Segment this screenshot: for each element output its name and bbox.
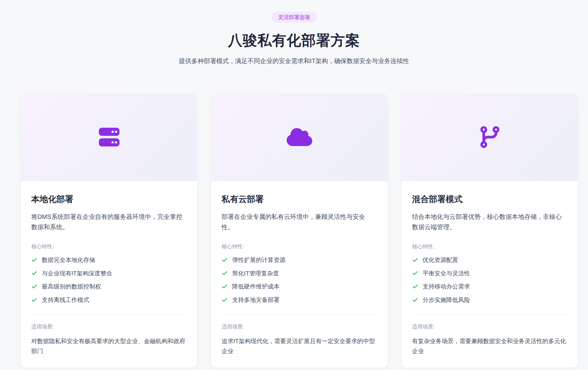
scenario-text: 有复杂业务场景，需要兼顾数据安全和业务灵活性的多元化企业 [412,336,568,357]
feature-text: 分步实施降低风险 [423,296,470,304]
section-header: 灵活部署选项 八骏私有化部署方案 提供多种部署模式，满足不同企业的安全需求和IT… [0,0,588,65]
scenarios-label: 适用场景: [412,323,568,330]
card-private-cloud-deployment: 私有云部署 部署在企业专属的私有云环境中，兼顾灵活性与安全性。 核心特性: 弹性… [211,94,387,368]
scenarios-label: 适用场景: [221,323,377,330]
features-label: 核心特性: [31,243,187,250]
card-body: 私有云部署 部署在企业专属的私有云环境中，兼顾灵活性与安全性。 核心特性: 弹性… [211,181,387,368]
check-icon [412,270,418,276]
scenarios-label: 适用场景: [31,323,187,330]
card-icon-header [402,94,578,181]
feature-list: 弹性扩展的计算资源 简化IT管理复杂度 降低硬件维护成本 支持多地灾备部署 [221,256,377,304]
check-icon [221,257,228,263]
feature-item: 支持离线工作模式 [31,296,187,304]
features-label: 核心特性: [412,243,568,250]
cloud-icon [287,127,312,149]
check-icon [221,297,228,303]
card-title: 混合部署模式 [412,194,568,205]
check-icon [221,284,228,290]
card-icon-header [211,94,387,181]
card-title: 本地化部署 [31,194,187,205]
feature-item: 降低硬件维护成本 [221,283,377,291]
check-icon [31,297,37,303]
divider [31,314,187,314]
feature-list: 数据完全本地化存储 与企业现有IT架构深度整合 最高级别的数据控制权 支持离线工… [31,256,187,304]
card-description: 将DMS系统部署在企业自有的服务器环境中，完全掌控数据和系统。 [31,212,187,232]
feature-text: 弹性扩展的计算资源 [232,256,285,264]
feature-list: 优化资源配置 平衡安全与灵活性 支持移动办公需求 分步实施降低风险 [412,256,568,304]
feature-text: 最高级别的数据控制权 [42,283,101,291]
feature-text: 数据完全本地化存储 [42,256,95,264]
check-icon [31,284,37,290]
feature-item: 优化资源配置 [412,256,568,264]
scenario-text: 对数据隐私和安全有极高要求的大型企业、金融机构和政府部门 [31,336,187,357]
card-body: 本地化部署 将DMS系统部署在企业自有的服务器环境中，完全掌控数据和系统。 核心… [21,181,197,368]
check-icon [412,297,418,303]
feature-item: 弹性扩展的计算资源 [221,256,377,264]
card-title: 私有云部署 [221,194,377,205]
card-local-deployment: 本地化部署 将DMS系统部署在企业自有的服务器环境中，完全掌控数据和系统。 核心… [21,94,197,368]
feature-text: 支持移动办公需求 [423,283,470,291]
check-icon [412,257,418,263]
feature-item: 支持多地灾备部署 [221,296,377,304]
feature-item: 简化IT管理复杂度 [221,269,377,278]
feature-text: 平衡安全与灵活性 [423,269,470,278]
card-icon-header [21,94,197,181]
feature-text: 支持多地灾备部署 [232,296,279,304]
page-subtitle: 提供多种部署模式，满足不同企业的安全需求和IT架构，确保数据安全与业务连续性 [0,57,588,65]
check-icon [31,270,37,276]
feature-item: 平衡安全与灵活性 [412,269,568,278]
feature-text: 优化资源配置 [423,256,458,264]
card-description: 部署在企业专属的私有云环境中，兼顾灵活性与安全性。 [221,212,377,232]
feature-text: 与企业现有IT架构深度整合 [42,269,112,278]
scenario-text: 追求IT架构现代化，需要灵活扩展且有一定安全要求的中型企业 [221,336,377,357]
divider [412,314,568,314]
feature-item: 最高级别的数据控制权 [31,283,187,291]
page-title: 八骏私有化部署方案 [0,31,588,50]
server-icon [99,128,119,148]
feature-item: 数据完全本地化存储 [31,256,187,264]
feature-item: 分步实施降低风险 [412,296,568,304]
git-branch-icon [480,126,499,149]
feature-item: 与企业现有IT架构深度整合 [31,269,187,278]
check-icon [31,257,37,263]
features-label: 核心特性: [221,243,377,250]
feature-text: 支持离线工作模式 [42,296,89,304]
deployment-cards: 本地化部署 将DMS系统部署在企业自有的服务器环境中，完全掌控数据和系统。 核心… [21,94,578,368]
feature-text: 简化IT管理复杂度 [232,269,279,278]
check-icon [221,270,228,276]
feature-item: 支持移动办公需求 [412,283,568,291]
divider [221,314,377,314]
feature-text: 降低硬件维护成本 [232,283,279,291]
card-hybrid-deployment: 混合部署模式 结合本地化与云部署优势，核心数据本地存储，非核心数据云端管理。 核… [402,94,578,368]
check-icon [412,284,418,290]
section-badge: 灵活部署选项 [272,12,317,23]
card-body: 混合部署模式 结合本地化与云部署优势，核心数据本地存储，非核心数据云端管理。 核… [402,181,578,368]
card-description: 结合本地化与云部署优势，核心数据本地存储，非核心数据云端管理。 [412,212,568,232]
